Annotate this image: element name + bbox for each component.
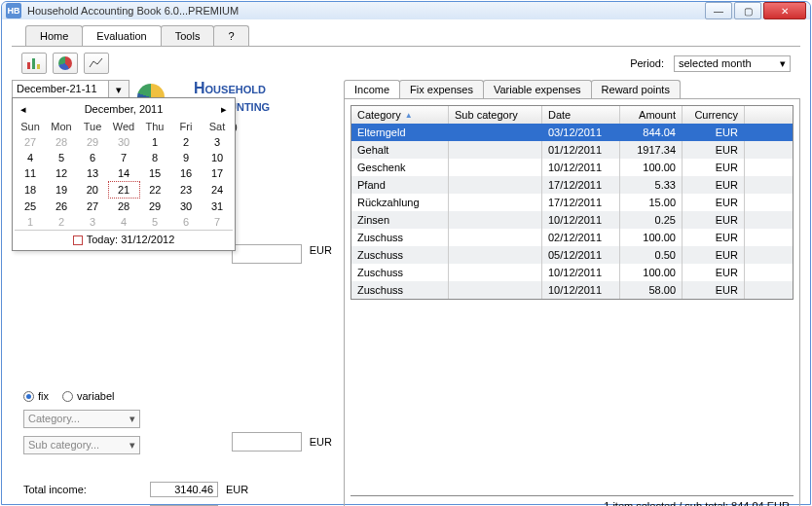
calendar-day[interactable]: 11 [15, 165, 46, 182]
col-category-label: Category [357, 109, 401, 121]
col-subcategory[interactable]: Sub category [449, 106, 542, 124]
pie-chart-icon[interactable] [53, 53, 78, 74]
cell-currency: EUR [683, 159, 745, 176]
calendar-day[interactable]: 23 [170, 182, 202, 199]
calendar-prev-button[interactable]: ◂ [20, 103, 26, 116]
col-currency[interactable]: Currency [683, 106, 745, 124]
table-row[interactable]: Zinsen10/12/20110.25EUR [351, 211, 793, 229]
maximize-button[interactable]: ▢ [734, 2, 761, 19]
calendar-day[interactable]: 20 [77, 182, 108, 199]
table-row[interactable]: Geschenk10/12/2011100.00EUR [351, 159, 793, 176]
calendar-day[interactable]: 29 [139, 199, 170, 215]
calendar-day[interactable]: 3 [202, 134, 233, 150]
data-tab-reward-points[interactable]: Reward points [591, 80, 681, 98]
calendar-day[interactable]: 15 [139, 165, 170, 182]
main-tab-home[interactable]: Home [25, 25, 83, 46]
calendar-day[interactable]: 24 [202, 182, 233, 199]
table-row[interactable]: Gehalt01/12/20111917.34EUR [351, 141, 793, 159]
calendar-day[interactable]: 9 [170, 150, 202, 165]
minimize-button[interactable]: ― [705, 2, 732, 19]
calendar-day[interactable]: 18 [15, 182, 46, 199]
col-amount[interactable]: Amount [620, 106, 683, 124]
calendar-day[interactable]: 1 [139, 134, 170, 150]
calendar-day[interactable]: 3 [77, 214, 108, 230]
cell-subcategory [449, 159, 542, 176]
calendar-dow: Tue [77, 119, 108, 134]
main-tab-tools[interactable]: Tools [161, 25, 215, 46]
data-tab-fix-expenses[interactable]: Fix expenses [399, 80, 484, 98]
table-row[interactable]: Zuschuss10/12/201158.00EUR [351, 281, 793, 299]
amount-input-2[interactable] [232, 432, 302, 452]
table-row[interactable]: Elterngeld03/12/2011844.04EUR [351, 124, 793, 141]
cell-category: Zuschuss [351, 264, 449, 281]
calendar-day[interactable]: 29 [77, 134, 108, 150]
calendar-day[interactable]: 21 [108, 182, 139, 199]
calendar-day[interactable]: 4 [108, 214, 139, 230]
calendar-day[interactable]: 8 [139, 150, 170, 165]
svg-rect-2 [37, 64, 40, 69]
subcategory-combo[interactable]: Sub category...▾ [23, 436, 140, 454]
calendar-month-label: December, 2011 [85, 103, 164, 116]
calendar-day[interactable]: 6 [77, 150, 108, 165]
table-row[interactable]: Pfand17/12/20115.33EUR [351, 176, 793, 194]
calendar-next-button[interactable]: ▸ [221, 103, 227, 116]
calendar-day[interactable]: 28 [46, 134, 77, 150]
data-tabs: IncomeFix expensesVariable expensesRewar… [344, 80, 800, 98]
table-row[interactable]: Zuschuss05/12/20110.50EUR [351, 246, 793, 264]
line-chart-icon[interactable] [84, 53, 109, 74]
calendar-day[interactable]: 7 [202, 214, 233, 230]
amount-input[interactable] [232, 244, 302, 264]
calendar-day[interactable]: 31 [202, 199, 233, 215]
calendar-day[interactable]: 17 [202, 165, 233, 182]
col-date[interactable]: Date [542, 106, 620, 124]
date-input[interactable]: December-21-11 [12, 80, 109, 99]
toolbar: Period: selected month ▾ [12, 46, 800, 80]
calendar-day[interactable]: 25 [15, 199, 46, 215]
cell-category: Elterngeld [351, 124, 449, 141]
calendar-button[interactable]: ▾ [108, 80, 129, 99]
calendar-day[interactable]: 19 [46, 182, 77, 199]
calendar-day[interactable]: 1 [15, 214, 46, 230]
calendar-day[interactable]: 28 [108, 199, 139, 215]
calendar-day[interactable]: 30 [170, 199, 202, 215]
calendar-day[interactable]: 14 [108, 165, 139, 182]
calendar-day[interactable]: 27 [77, 199, 108, 215]
calendar-day[interactable]: 12 [46, 165, 77, 182]
cell-subcategory [449, 194, 542, 211]
main-tab-q[interactable]: ? [213, 25, 248, 46]
table-row[interactable]: Zuschuss10/12/2011100.00EUR [351, 264, 793, 281]
calendar-day[interactable]: 5 [46, 150, 77, 165]
cell-amount: 844.04 [620, 124, 683, 141]
data-tab-income[interactable]: Income [344, 80, 400, 98]
col-category[interactable]: Category▲ [351, 106, 449, 124]
calendar-day[interactable]: 13 [77, 165, 108, 182]
calendar-day[interactable]: 4 [15, 150, 46, 165]
calendar-day[interactable]: 26 [46, 199, 77, 215]
cell-amount: 1917.34 [620, 141, 683, 159]
calendar-day[interactable]: 30 [108, 134, 139, 150]
table-row[interactable]: Zuschuss02/12/2011100.00EUR [351, 229, 793, 246]
calendar-day[interactable]: 2 [170, 134, 202, 150]
radio-variabel[interactable]: variabel [62, 390, 115, 402]
category-combo[interactable]: Category...▾ [23, 410, 140, 428]
radio-fix[interactable]: fix [23, 390, 49, 402]
calendar-day[interactable]: 10 [202, 150, 233, 165]
calendar-day[interactable]: 7 [108, 150, 139, 165]
calendar-day[interactable]: 6 [170, 214, 202, 230]
chevron-down-icon: ▾ [780, 57, 786, 70]
cell-currency: EUR [683, 141, 745, 159]
calendar-day[interactable]: 2 [46, 214, 77, 230]
cell-date: 10/12/2011 [542, 264, 620, 281]
calendar-day[interactable]: 27 [15, 134, 46, 150]
calendar-day[interactable]: 16 [170, 165, 202, 182]
data-tab-variable-expenses[interactable]: Variable expenses [483, 80, 592, 98]
table-row[interactable]: Rückzahlung17/12/201115.00EUR [351, 194, 793, 211]
main-tab-evaluation[interactable]: Evaluation [82, 25, 161, 46]
close-button[interactable]: ✕ [763, 2, 806, 19]
calendar-day[interactable]: 22 [139, 182, 170, 199]
calendar-day[interactable]: 5 [139, 214, 170, 230]
bar-chart-icon[interactable] [21, 53, 47, 74]
period-select[interactable]: selected month ▾ [674, 55, 791, 72]
calendar-today-row[interactable]: Today: 31/12/2012 [15, 230, 233, 248]
calendar-dow: Sun [15, 119, 46, 134]
